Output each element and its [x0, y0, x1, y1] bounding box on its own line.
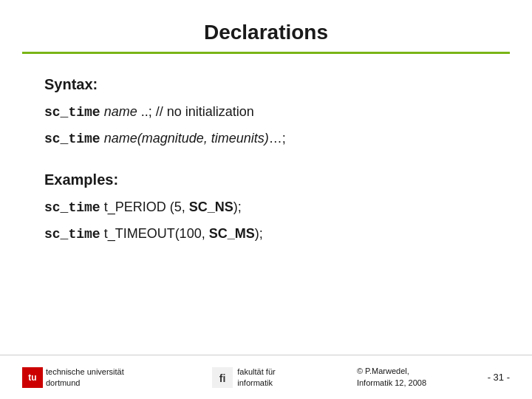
- ex1-normal: t_PERIOD (5,: [100, 200, 189, 214]
- examples-section: Examples: sc_time t_PERIOD (5, SC_NS); s…: [44, 171, 488, 245]
- syntax-rest-2: …;: [269, 131, 286, 146]
- tu-city-name: dortmund: [46, 378, 124, 388]
- fakultat-line2: informatik: [237, 378, 275, 388]
- title-area: Declarations: [0, 0, 532, 52]
- examples-heading: Examples:: [44, 171, 488, 188]
- syntax-line-1: sc_time name ..; // no initialization: [44, 102, 488, 123]
- fi-logo-icon: fi: [212, 367, 233, 388]
- keyword-sctime-1: sc_time: [44, 105, 100, 120]
- footer: tu technische universität dortmund fi fa…: [0, 355, 532, 399]
- footer-copyright: © P.Marwedel, Informatik 12, 2008: [357, 366, 426, 389]
- keyword-sctime-4: sc_time: [44, 227, 100, 242]
- example-line-1: sc_time t_PERIOD (5, SC_NS);: [44, 197, 488, 218]
- syntax-rest-1: ..; // no initialization: [137, 104, 254, 119]
- example-line-2: sc_time t_TIMEOUT(100, SC_MS);: [44, 224, 488, 245]
- ex1-end: );: [233, 200, 242, 214]
- ex2-normal: t_TIMEOUT(100,: [100, 226, 209, 241]
- page-number: - 31 -: [466, 372, 510, 383]
- ex1-bold: SC_NS: [189, 200, 233, 214]
- copyright-line2: Informatik 12, 2008: [357, 378, 426, 389]
- svg-text:fi: fi: [219, 372, 226, 384]
- tu-university-name: technische universität: [46, 366, 124, 377]
- syntax-name-1: name: [100, 104, 137, 119]
- footer-middle-text: fakultät für informatik: [237, 366, 275, 388]
- tu-logo-box: tu: [22, 367, 43, 388]
- ex2-bold: SC_MS: [209, 226, 255, 241]
- syntax-line-2: sc_time name(magnitude, timeunits)…;: [44, 129, 488, 149]
- ex2-end: );: [255, 226, 263, 241]
- syntax-section: Syntax: sc_time name ..; // no initializ…: [44, 76, 488, 149]
- tu-logo-letters: tu: [28, 372, 36, 383]
- footer-right: © P.Marwedel, Informatik 12, 2008: [318, 366, 466, 389]
- slide-title: Declarations: [0, 21, 532, 44]
- syntax-heading: Syntax:: [44, 76, 488, 93]
- copyright-line1: © P.Marwedel,: [357, 366, 426, 377]
- footer-middle: fi fakultät für informatik: [170, 366, 318, 388]
- keyword-sctime-2: sc_time: [44, 132, 100, 146]
- footer-left: tu technische universität dortmund: [22, 366, 170, 388]
- keyword-sctime-3: sc_time: [44, 200, 100, 215]
- fakultat-line1: fakultät für: [237, 366, 275, 377]
- tu-logo: tu technische universität dortmund: [22, 366, 124, 388]
- slide: Declarations Syntax: sc_time name ..; //…: [0, 0, 532, 399]
- tu-logo-text: technische universität dortmund: [46, 366, 124, 388]
- content-area: Syntax: sc_time name ..; // no initializ…: [0, 54, 532, 265]
- syntax-name-2: name(magnitude, timeunits): [100, 131, 269, 146]
